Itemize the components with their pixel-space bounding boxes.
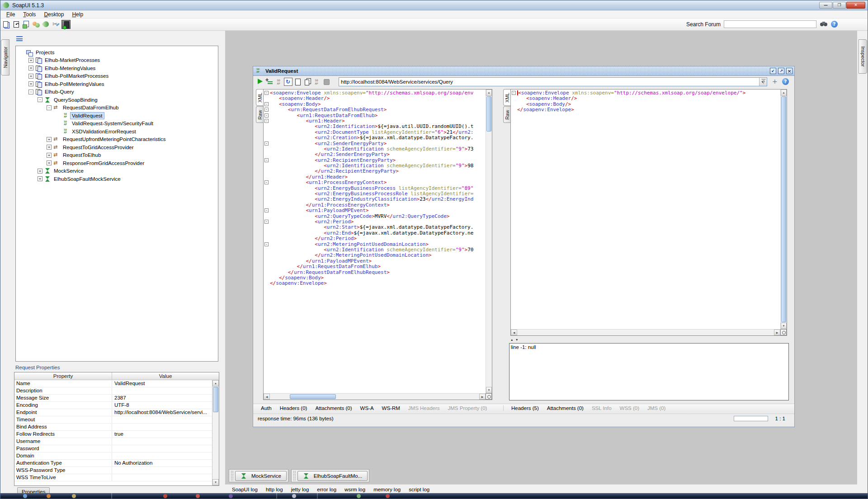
fold-toggle-icon[interactable]: - bbox=[512, 91, 516, 95]
tab-attachments-0[interactable]: Attachments (0) bbox=[311, 405, 356, 411]
save-all-projects-icon[interactable] bbox=[22, 20, 31, 29]
log-tab-jetty-log[interactable]: jetty log bbox=[291, 487, 309, 492]
properties-scrollbar[interactable] bbox=[212, 380, 219, 485]
add-icon[interactable] bbox=[771, 78, 778, 85]
navigator-tab[interactable]: Navigator bbox=[1, 39, 9, 75]
close-button[interactable]: ✕ bbox=[846, 2, 865, 9]
property-row-message-size[interactable]: Message Size2387 bbox=[14, 395, 219, 402]
log-tab-http-log[interactable]: http log bbox=[266, 487, 283, 492]
tree-item-projects[interactable]: Projects bbox=[16, 48, 218, 56]
taskbar-icon[interactable] bbox=[47, 494, 51, 498]
tree-item-responsefromgridaccessprovider[interactable]: +ResponseFromGridAccessProvider bbox=[16, 159, 218, 167]
property-row-description[interactable]: Description bbox=[14, 387, 219, 395]
expand-toggle-icon[interactable]: + bbox=[38, 176, 42, 181]
tree-item-elhub-meteringvalues[interactable]: +Elhub-MeteringValues bbox=[16, 64, 218, 72]
expand-toggle-icon[interactable]: + bbox=[47, 160, 52, 165]
property-row-wss-timetolive[interactable]: WSS TimeToLive bbox=[14, 474, 219, 481]
drag-grip-icon[interactable] bbox=[231, 471, 234, 481]
applications-icon[interactable] bbox=[52, 20, 61, 29]
request-vertical-scrollbar[interactable] bbox=[486, 89, 492, 393]
run-icon[interactable] bbox=[255, 78, 264, 86]
endpoint-input[interactable] bbox=[339, 78, 759, 86]
tab-ws-rm[interactable]: WS-RM bbox=[378, 405, 404, 411]
preferences-icon[interactable] bbox=[32, 20, 41, 29]
sort-down-icon[interactable] bbox=[515, 338, 520, 342]
expand-toggle-icon[interactable]: + bbox=[47, 137, 52, 142]
fold-toggle-icon[interactable]: - bbox=[264, 242, 269, 246]
scroll-down-icon[interactable] bbox=[486, 387, 492, 393]
fold-toggle-icon[interactable]: - bbox=[264, 158, 269, 162]
property-row-bind-address[interactable]: Bind Address bbox=[14, 424, 219, 431]
fold-toggle-icon[interactable]: - bbox=[264, 113, 269, 118]
response-xml-content[interactable]: -<soapenv:Envelope xmlns:soapenv="http:/… bbox=[511, 89, 780, 329]
scroll-thumb[interactable] bbox=[213, 387, 218, 412]
fold-toggle-icon[interactable]: - bbox=[264, 208, 269, 212]
taskbar-icon[interactable] bbox=[72, 494, 76, 498]
tree-item-requesttoelhub[interactable]: +RequestToElhub bbox=[16, 151, 218, 160]
tree-item-validrequest-system-securityfault[interactable]: ValidRequest-System/SecurityFault bbox=[16, 120, 218, 128]
expand-toggle-icon[interactable]: + bbox=[47, 145, 52, 150]
new-wsdl-project-icon[interactable] bbox=[2, 20, 11, 29]
scroll-left-icon[interactable] bbox=[511, 330, 517, 335]
proxy-server-icon[interactable] bbox=[61, 20, 71, 29]
request-xml-editor[interactable]: -<soapenv:Envelope xmlns:soapenv="http:/… bbox=[263, 89, 492, 400]
expand-toggle-icon[interactable]: + bbox=[28, 58, 33, 63]
taskbar-icon[interactable] bbox=[163, 494, 167, 498]
request-xml-content[interactable]: -<soapenv:Envelope xmlns:soapenv="http:/… bbox=[264, 89, 486, 393]
minimized-window-mockservice[interactable]: MockService bbox=[235, 471, 287, 481]
soapui-home-icon[interactable] bbox=[42, 20, 51, 29]
tree-item-elhubsoapfaultmockservice[interactable]: +ElhubSoapFaultMockService bbox=[16, 175, 218, 183]
tab-attachments-0[interactable]: Attachments (0) bbox=[543, 405, 588, 411]
scroll-down-icon[interactable] bbox=[212, 479, 219, 485]
recreate-request-icon[interactable] bbox=[284, 78, 292, 86]
collapse-toggle-icon[interactable]: - bbox=[28, 89, 33, 94]
tree-item-elhub-pollmeteringvalues[interactable]: +Elhub-PollMeteringValues bbox=[16, 80, 218, 88]
log-tab-wsrm-log[interactable]: wsrm log bbox=[344, 487, 365, 492]
scroll-right-icon[interactable] bbox=[479, 394, 486, 400]
collapse-toggle-icon[interactable]: - bbox=[38, 97, 42, 102]
response-xml-editor[interactable]: -<soapenv:Envelope xmlns:soapenv="http:/… bbox=[510, 89, 787, 336]
tree-item-querysoapbinding[interactable]: -QuerySoapBinding bbox=[16, 96, 218, 104]
property-row-name[interactable]: NameValidRequest bbox=[14, 380, 219, 387]
unfloat-window-icon[interactable] bbox=[770, 68, 776, 74]
fold-toggle-icon[interactable]: - bbox=[264, 102, 269, 106]
tree-item-validrequest[interactable]: ValidRequest bbox=[16, 112, 218, 120]
menu-file[interactable]: File bbox=[2, 11, 19, 18]
property-row-timeout[interactable]: Timeout bbox=[14, 416, 219, 424]
minimized-window-elhubsoapfaultmo[interactable]: ElhubSoapFaultMo... bbox=[297, 471, 368, 481]
close-window-icon[interactable] bbox=[786, 68, 793, 74]
log-tab-error-log[interactable]: error log bbox=[317, 487, 336, 492]
taskbar-icon[interactable] bbox=[196, 494, 200, 498]
create-empty-request-icon[interactable] bbox=[293, 78, 302, 86]
taskbar-icon[interactable] bbox=[292, 494, 296, 498]
property-row-endpoint[interactable]: Endpointhttp://localhost:8084/WebService… bbox=[14, 409, 219, 416]
taskbar-icon[interactable] bbox=[357, 494, 361, 498]
property-row-encoding[interactable]: EncodingUTF-8 bbox=[14, 402, 219, 409]
fold-toggle-icon[interactable]: - bbox=[264, 141, 269, 146]
soap-mock-icon[interactable] bbox=[274, 78, 283, 86]
scroll-up-icon[interactable] bbox=[781, 89, 787, 96]
response-vertical-scrollbar[interactable] bbox=[780, 89, 787, 329]
property-row-wss-password-type[interactable]: WSS-Password Type bbox=[14, 467, 219, 474]
scroll-thumb[interactable] bbox=[781, 96, 786, 322]
log-tab-soapui-log[interactable]: SoapUI log bbox=[232, 487, 258, 492]
scroll-left-icon[interactable] bbox=[264, 394, 270, 400]
help-icon[interactable] bbox=[831, 21, 838, 28]
inspector-tab[interactable]: Inspector bbox=[859, 39, 867, 74]
taskbar-icon[interactable] bbox=[386, 494, 390, 498]
drag-grip-icon[interactable] bbox=[293, 471, 296, 481]
fold-toggle-icon[interactable]: - bbox=[264, 91, 269, 95]
filter-icon[interactable] bbox=[760, 78, 768, 85]
menu-desktop[interactable]: Desktop bbox=[40, 11, 68, 18]
request-xml-tab[interactable]: XML bbox=[256, 89, 263, 106]
tab-headers-0[interactable]: Headers (0) bbox=[276, 405, 311, 411]
property-row-username[interactable]: Username bbox=[14, 438, 219, 445]
response-horizontal-scrollbar[interactable] bbox=[511, 329, 780, 335]
soap-action-icon[interactable] bbox=[312, 78, 321, 86]
scroll-up-icon[interactable] bbox=[486, 89, 492, 96]
minimize-button[interactable]: — bbox=[819, 2, 832, 9]
expand-toggle-icon[interactable]: + bbox=[38, 169, 42, 174]
scroll-thumb[interactable] bbox=[290, 394, 336, 399]
expand-toggle-icon[interactable]: + bbox=[28, 81, 33, 86]
request-window-titlebar[interactable]: ValidRequest bbox=[253, 66, 794, 76]
